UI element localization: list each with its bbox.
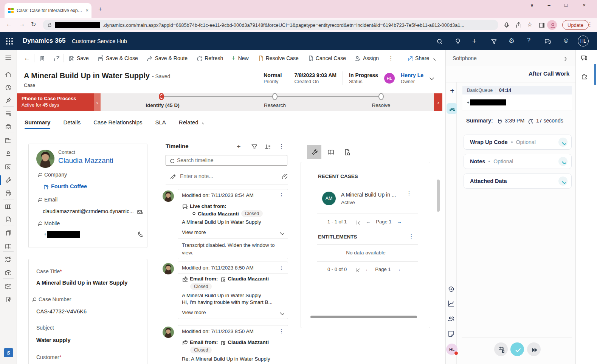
sidebar-item-accounts[interactable] [5,137,12,144]
timeline-more-icon[interactable]: ⋮ [279,143,284,150]
browser-profile-avatar[interactable] [547,20,557,30]
chevron-down-icon[interactable] [558,138,568,147]
tool-knowledge-tab[interactable] [323,145,338,159]
sidebar-item-articles[interactable] [5,229,12,237]
sidebar-item-contacts[interactable] [5,150,12,158]
timeline-search[interactable] [166,155,287,166]
entitlements-more-icon[interactable]: ⋮ [409,233,414,239]
bookmark-star-icon[interactable]: ☆ [527,21,532,28]
recent-case-more-icon[interactable]: ⋮ [406,190,412,196]
window-menu-chevron[interactable]: ∨ [526,2,538,8]
gear-icon[interactable]: ⚙ [509,37,515,45]
next-page-icon[interactable]: → [397,219,402,225]
app-name[interactable]: Customer Service Hub [72,38,127,44]
paperclip-icon[interactable] [281,173,287,179]
quick-create-plus-icon[interactable]: + [472,37,476,45]
share-button[interactable]: Share [402,50,440,66]
waffle-icon[interactable] [6,38,13,45]
save-and-route-button[interactable]: Save & Route [142,50,192,66]
browser-forward-button[interactable]: → [19,21,25,28]
app-profile-puzzle-icon[interactable] [581,72,588,81]
more-commands-icon[interactable]: ⋮ [383,50,399,66]
first-page-icon[interactable] [354,267,360,272]
mobile-value-row[interactable]: + [44,231,80,238]
tab-close-icon[interactable]: × [85,8,88,13]
new-tab-button[interactable]: + [98,5,102,13]
save-button[interactable]: Save [64,50,93,66]
chevron-down-icon[interactable] [558,157,568,166]
chevron-down-icon[interactable] [558,177,568,186]
bpf-next-chevron[interactable]: › [434,93,442,111]
cancel-case-button[interactable]: Cancel Case [303,50,350,66]
note-composer[interactable] [169,173,287,179]
horizontal-scrollbar[interactable] [310,316,417,318]
timeline-entry-email[interactable]: Modified on: 7/11/2023 8:50 AM ⋮ Email f… [163,262,288,319]
entry-contact[interactable]: Claudia Mazzanti [198,211,239,217]
tab-related[interactable]: Related [179,113,205,131]
entry-title[interactable]: A Mineral Build Up in Water Supply [182,219,284,225]
new-button[interactable]: + New [227,50,253,66]
browser-refresh-button[interactable]: ↻ [31,21,36,28]
tab-sla[interactable]: SLA [155,113,166,131]
save-and-close-button[interactable]: Save & Close [93,50,142,66]
sidebar-toggle-icon[interactable] [538,22,544,29]
sidebar-item-queues[interactable] [5,110,12,118]
browser-tab[interactable]: Case: Case for Interactive experie × [5,3,91,18]
window-close-button[interactable]: × [578,2,591,8]
tool-wrench-tab[interactable] [307,145,321,159]
sidebar-item-home[interactable] [5,71,12,78]
bpf-stage-label[interactable]: Resolve [372,102,391,108]
sidebar-item-recent[interactable] [5,84,12,91]
browser-menu-icon[interactable]: ⋮ [587,21,593,28]
window-maximize-button[interactable]: □ [560,2,572,8]
share-icon[interactable] [515,22,521,29]
case-title-value[interactable]: A Mineral Build Up in Water Supply [36,280,127,286]
subject-value[interactable]: Water supply [36,337,71,343]
email-value[interactable]: claudiamazzanti@crmdemo.dynamic... [43,208,134,214]
owner-field[interactable]: Henry Le Owner [401,72,423,84]
expand-pane-chevron-icon[interactable] [562,55,568,61]
bpf-process-box[interactable]: Phone to Case Process Active for 45 days [17,93,94,111]
company-value-row[interactable]: Fourth Coffee [43,183,87,189]
bpf-stage-dot-research[interactable] [272,93,278,100]
attached-data-accordion[interactable]: Attached Data [464,173,572,189]
new-session-plus-icon[interactable]: + [448,87,456,94]
bpf-prev-chevron[interactable]: ‹ [94,93,101,111]
recent-case-title[interactable]: A Mineral Build Up in ... [341,192,396,198]
search-icon[interactable] [436,38,442,45]
prev-page-icon[interactable]: ← [365,266,370,272]
prev-page-icon[interactable]: ← [366,219,371,225]
tab-case-relationships[interactable]: Case Relationships [93,113,142,131]
entry-title[interactable]: A Mineral Build Up in Water Supply [182,293,284,298]
panel-scrollbar[interactable] [594,64,596,85]
chat-feedback-icon[interactable] [544,38,551,46]
history-icon[interactable] [447,285,455,293]
vertical-scrollbar[interactable] [437,180,440,212]
assign-button[interactable]: Assign [350,50,383,66]
skip-acw-button[interactable] [527,342,541,356]
sidebar-item-dashboards[interactable] [5,203,12,211]
refresh-button[interactable]: Refresh [192,50,227,66]
case-number-value[interactable]: CAS-47732-V4V6K6 [36,308,87,314]
sidebar-item-pinned[interactable] [5,97,12,104]
form-back-button[interactable]: ← [17,50,34,66]
resolve-case-button[interactable]: Resolve Case [253,50,303,66]
view-more-toggle[interactable]: View more [178,308,288,319]
schedule-callback-button[interactable] [494,342,508,356]
timeline-entry-livechat[interactable]: Modified on: 7/11/2023 8:54 AM ⋮ Live ch… [163,189,288,259]
entry-more-icon[interactable]: ⋮ [275,262,288,273]
first-page-icon[interactable] [355,219,360,225]
microphone-icon[interactable] [503,22,509,29]
timeline-sort-icon[interactable] [264,143,270,149]
timeline-entry-email[interactable]: Modified on: 7/11/2023 8:50 AM ⋮ Email f… [163,325,288,364]
user-avatar[interactable]: HL [578,36,589,46]
window-minimize-button[interactable]: – [543,2,555,8]
tab-summary[interactable]: Summary [25,113,50,131]
sidebar-item-drafts[interactable] [5,296,12,304]
timeline-add-icon[interactable]: + [237,143,241,151]
next-page-icon[interactable]: → [396,266,401,272]
customers-icon[interactable] [447,315,455,322]
entry-title[interactable]: Re: A Mineral Build Up in Water Supply [182,356,284,362]
bpf-stage-dot-identify[interactable] [159,93,164,100]
bpf-stage-label[interactable]: Identify (45 D) [146,102,179,108]
